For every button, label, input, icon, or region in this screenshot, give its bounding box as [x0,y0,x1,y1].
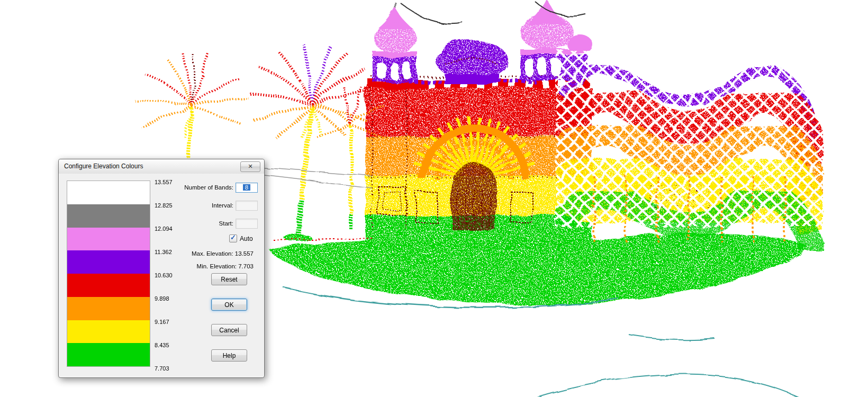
tower-base [372,82,417,88]
legend-band-gray[interactable] [67,204,150,228]
interval-input[interactable] [236,201,258,211]
arch-opening [524,57,533,75]
arch-opening [376,61,385,78]
dome [519,13,572,49]
legend-band-green[interactable] [67,343,150,366]
base-foliage [283,232,310,241]
trunk-base [296,198,300,234]
start-input[interactable] [236,219,258,229]
arch-opening [402,61,410,78]
dome-band [372,51,417,56]
legend-tick: 13.557 [155,179,173,185]
cancel-button[interactable]: Cancel [211,324,247,336]
auto-row: Auto [229,234,253,242]
legend-tick: 8.435 [155,342,169,348]
truss-lattice [555,49,822,226]
legend-tick: 12.094 [155,225,173,232]
breakline-2 [628,333,713,338]
legend-band-white[interactable] [67,181,150,204]
trunk [349,125,350,213]
dome [373,21,415,53]
fronds [133,51,247,136]
configure-elevation-colours-dialog: Configure Elevation Colours ✕ 13.55712.8… [58,159,265,378]
close-button[interactable]: ✕ [240,161,260,172]
legend-ticks: 13.55712.82512.09411.36210.6309.8989.167… [155,182,186,370]
legend-tick: 9.898 [155,295,169,302]
palm-tree-center [247,42,374,241]
legend-bands [67,181,150,367]
roller-coaster [555,49,822,264]
arch-opening [537,57,546,75]
min-elevation-text: Min. Elevation: 7.703 [197,263,254,269]
legend-tick: 9.167 [155,319,169,325]
auto-checkbox[interactable] [229,234,237,242]
close-icon: ✕ [248,163,252,169]
arch-opening [389,61,397,78]
reset-button[interactable]: Reset [211,273,247,285]
tower-left [372,1,417,88]
breakline-3 [536,373,800,397]
max-elevation-text: Max. Elevation: 13.557 [192,250,254,257]
dialog-title: Configure Elevation Colours [64,163,143,170]
legend-band-yellow[interactable] [67,320,150,344]
auto-label: Auto [240,235,253,242]
legend-band-purple[interactable] [67,250,150,274]
legend-tick: 11.362 [155,249,172,255]
legend-band-red[interactable] [67,274,150,297]
interval-label: Interval: [212,202,233,209]
legend-band-orange[interactable] [67,297,150,320]
dome-drum [444,73,499,83]
ok-button[interactable]: OK [211,299,247,311]
number-of-bands-label: Number of Bands: [184,184,233,191]
legend-tick: 7.703 [155,365,169,372]
help-button[interactable]: Help [211,349,247,362]
trunk [186,107,191,161]
number-of-bands-input[interactable]: 8 [236,183,258,193]
number-of-bands-value: 8 [243,184,250,191]
dialog-titlebar[interactable]: Configure Elevation Colours ✕ [59,159,264,174]
legend-tick: 10.630 [155,272,173,278]
legend-band-violet[interactable] [67,228,150,251]
cable-left [400,2,462,22]
legend-tick: 12.825 [155,202,173,209]
start-label: Start: [219,220,233,227]
